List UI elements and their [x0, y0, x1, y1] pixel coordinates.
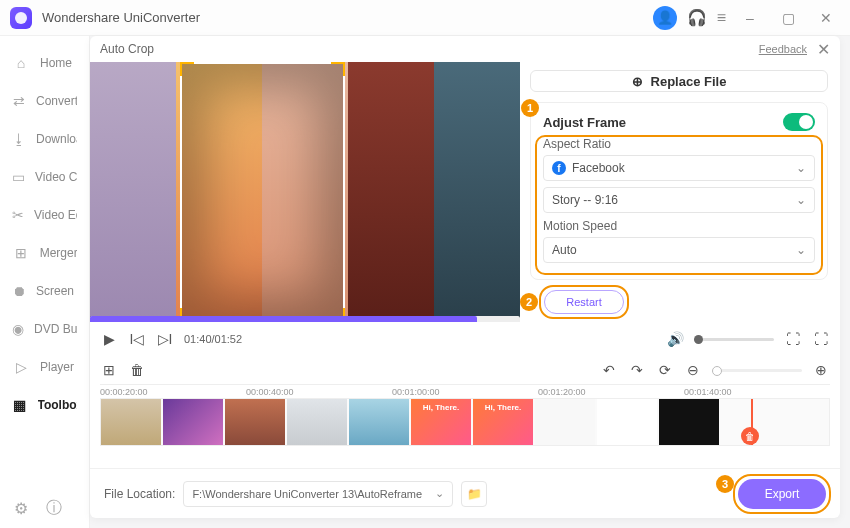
adjust-frame-title: Adjust Frame: [543, 115, 626, 130]
delete-tool-icon[interactable]: 🗑: [128, 361, 146, 379]
toolbox-icon: ▦: [12, 396, 28, 414]
next-frame-button[interactable]: ▷I: [156, 330, 174, 348]
playback-controls: ▶ I◁ ▷I 01:40/01:52 🔊 ⛶ ⛶: [90, 322, 840, 356]
platform-select[interactable]: f Facebook: [543, 155, 815, 181]
panel-title: Auto Crop: [100, 42, 154, 56]
playback-time: 01:40/01:52: [184, 333, 242, 345]
zoom-in-icon[interactable]: ⊕: [812, 361, 830, 379]
volume-slider[interactable]: [694, 338, 774, 341]
replace-file-button[interactable]: ⊕ Replace File: [530, 70, 828, 92]
app-title: Wondershare UniConverter: [42, 10, 653, 25]
play-button[interactable]: ▶: [100, 330, 118, 348]
adjust-frame-card: 1 Adjust Frame Aspect Ratio f Facebook S…: [530, 102, 828, 280]
restart-button[interactable]: Restart: [544, 290, 624, 314]
home-icon: ⌂: [12, 54, 30, 72]
auto-crop-panel: Auto Crop Feedback ✕ ⊕ Replace File: [90, 36, 840, 518]
timeline-ruler: 00:00:20:0000:00:40:0000:01:00:0000:01:2…: [100, 384, 830, 398]
sidebar-item-player[interactable]: ▷Player: [0, 348, 89, 386]
browse-folder-button[interactable]: 📁: [461, 481, 487, 507]
file-location-label: File Location:: [104, 487, 175, 501]
compressor-icon: ▭: [12, 168, 25, 186]
volume-icon[interactable]: 🔊: [666, 330, 684, 348]
sidebar-item-compressor[interactable]: ▭Video Compressor: [0, 158, 89, 196]
sidebar-item-converter[interactable]: ⇄Converter: [0, 82, 89, 120]
player-icon: ▷: [12, 358, 30, 376]
step-marker-3: 3: [716, 475, 734, 493]
motion-speed-label: Motion Speed: [543, 219, 815, 233]
scissors-icon: ✂: [12, 206, 24, 224]
close-window-button[interactable]: [812, 4, 840, 32]
merger-icon: ⊞: [12, 244, 30, 262]
minimize-button[interactable]: [736, 4, 764, 32]
crop-region[interactable]: [180, 62, 345, 322]
step-marker-1: 1: [521, 99, 539, 117]
timeline: 00:00:20:0000:00:40:0000:01:00:0000:01:2…: [90, 384, 840, 446]
panel-footer: File Location: F:\Wondershare UniConvert…: [90, 468, 840, 518]
converter-icon: ⇄: [12, 92, 26, 110]
undo-icon[interactable]: ↶: [600, 361, 618, 379]
plus-circle-icon: ⊕: [632, 74, 643, 89]
feedback-link[interactable]: Feedback: [759, 43, 807, 55]
step-marker-2: 2: [520, 293, 538, 311]
account-icon[interactable]: 👤: [653, 6, 677, 30]
sidebar-item-dvd[interactable]: ◉DVD Burner: [0, 310, 89, 348]
prev-frame-button[interactable]: I◁: [128, 330, 146, 348]
video-preview[interactable]: [90, 62, 520, 322]
fullscreen-icon[interactable]: ⛶: [812, 330, 830, 348]
aspect-ratio-label: Aspect Ratio: [543, 137, 815, 151]
file-location-input[interactable]: F:\Wondershare UniConverter 13\AutoRefra…: [183, 481, 453, 507]
timeline-toolbar: ⊞ 🗑 ↶ ↷ ⟳ ⊖ ⊕: [90, 356, 840, 384]
sidebar-item-merger[interactable]: ⊞Merger: [0, 234, 89, 272]
redo-icon[interactable]: ↷: [628, 361, 646, 379]
download-icon: ⭳: [12, 130, 26, 148]
zoom-out-icon[interactable]: ⊖: [684, 361, 702, 379]
settings-icon[interactable]: ⚙: [14, 499, 28, 518]
snapshot-icon[interactable]: ⛶: [784, 330, 802, 348]
maximize-button[interactable]: [774, 4, 802, 32]
title-bar: Wondershare UniConverter 👤 🎧 ≡: [0, 0, 850, 36]
adjust-frame-toggle[interactable]: [783, 113, 815, 131]
help-icon[interactable]: ⓘ: [46, 498, 62, 519]
export-button[interactable]: Export: [738, 479, 826, 509]
ratio-select[interactable]: Story -- 9:16: [543, 187, 815, 213]
close-panel-button[interactable]: ✕: [817, 40, 830, 59]
app-logo: [10, 7, 32, 29]
dvd-icon: ◉: [12, 320, 24, 338]
crop-tool-icon[interactable]: ⊞: [100, 361, 118, 379]
motion-speed-select[interactable]: Auto: [543, 237, 815, 263]
recorder-icon: ⏺: [12, 282, 26, 300]
sidebar-item-toolbox[interactable]: ▦Toolbox: [0, 386, 89, 424]
zoom-slider[interactable]: [712, 369, 802, 372]
refresh-icon[interactable]: ⟳: [656, 361, 674, 379]
sidebar-footer: ⚙ ⓘ: [0, 488, 90, 528]
sidebar: ⌂Home ⇄Converter ⭳Download ▭Video Compre…: [0, 36, 90, 528]
timeline-track[interactable]: Hi, There. Hi, There. 🗑: [100, 398, 830, 446]
sidebar-item-recorder[interactable]: ⏺Screen Recorder: [0, 272, 89, 310]
facebook-icon: f: [552, 161, 566, 175]
headset-icon[interactable]: 🎧: [687, 8, 707, 27]
menu-icon[interactable]: ≡: [717, 9, 726, 27]
delete-cut-icon[interactable]: 🗑: [741, 427, 759, 445]
sidebar-item-download[interactable]: ⭳Download: [0, 120, 89, 158]
sidebar-item-home[interactable]: ⌂Home: [0, 44, 89, 82]
sidebar-item-editor[interactable]: ✂Video Editor: [0, 196, 89, 234]
